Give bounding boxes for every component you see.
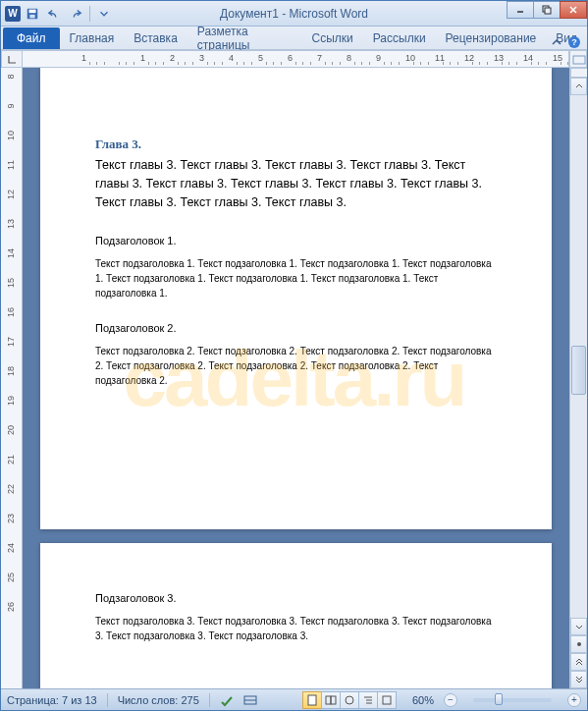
- undo-icon: [47, 7, 61, 21]
- close-button[interactable]: [560, 1, 587, 19]
- maximize-button[interactable]: [533, 1, 561, 19]
- ribbon-tabs: Файл Главная Вставка Разметка страницы С…: [1, 27, 587, 50]
- chevron-up-icon: [575, 82, 583, 90]
- redo-icon: [69, 7, 82, 21]
- web-layout-view[interactable]: [340, 691, 359, 709]
- web-icon: [344, 694, 355, 706]
- tab-review[interactable]: Рецензирование: [436, 27, 547, 49]
- print-layout-view[interactable]: [302, 691, 322, 709]
- svg-rect-14: [331, 696, 336, 704]
- qat-customize-button[interactable]: [94, 4, 114, 24]
- ruler-toggle-button[interactable]: [569, 50, 587, 68]
- tab-selector-icon: [7, 54, 18, 65]
- full-screen-reading-view[interactable]: [321, 691, 341, 709]
- spellcheck-icon[interactable]: [220, 693, 234, 707]
- tab-home[interactable]: Главная: [60, 27, 125, 49]
- tab-page-layout[interactable]: Разметка страницы: [187, 27, 302, 49]
- zoom-in-button[interactable]: +: [567, 693, 581, 707]
- scroll-track[interactable]: [570, 95, 587, 618]
- outline-icon: [362, 694, 374, 706]
- double-chevron-up-icon: [575, 658, 583, 666]
- minimize-icon: [515, 5, 525, 15]
- workspace: 891011121314151617181920212223242526 Гла…: [1, 68, 587, 688]
- subbody-3[interactable]: Текст подзаголовка 3. Текст подзаголовка…: [95, 614, 497, 643]
- subbody-1[interactable]: Текст подзаголовка 1. Текст подзаголовка…: [95, 256, 497, 301]
- svg-point-9: [577, 642, 581, 646]
- svg-rect-12: [308, 695, 316, 705]
- scroll-thumb[interactable]: [571, 346, 586, 395]
- draft-view[interactable]: [377, 691, 397, 709]
- svg-rect-13: [326, 696, 331, 704]
- chapter-body[interactable]: Текст главы 3. Текст главы 3. Текст глав…: [95, 156, 497, 211]
- page-indicator[interactable]: Страница: 7 из 13: [7, 694, 97, 706]
- browse-object-icon: [575, 640, 583, 648]
- word-window: W Документ1 - Microsoft Word Файл Главна…: [0, 0, 588, 711]
- help-icon[interactable]: ?: [567, 35, 581, 49]
- vertical-ruler[interactable]: 891011121314151617181920212223242526: [1, 68, 23, 688]
- scroll-up-button[interactable]: [570, 78, 587, 95]
- double-chevron-down-icon: [575, 676, 583, 684]
- chapter-heading[interactable]: Глава 3.: [95, 137, 497, 152]
- print-layout-icon: [306, 694, 318, 706]
- status-separator: [107, 693, 108, 707]
- file-tab[interactable]: Файл: [3, 27, 60, 49]
- dropdown-icon: [97, 7, 111, 21]
- svg-rect-19: [383, 696, 391, 704]
- redo-button[interactable]: [66, 4, 85, 24]
- window-controls: [508, 1, 587, 19]
- view-buttons: [303, 691, 397, 709]
- subheading-1[interactable]: Подзаголовок 1.: [95, 235, 497, 246]
- svg-text:?: ?: [571, 37, 577, 47]
- prev-page-button[interactable]: [570, 653, 587, 671]
- status-separator: [209, 693, 210, 707]
- maximize-icon: [542, 5, 552, 15]
- scroll-down-button[interactable]: [570, 618, 587, 635]
- zoom-out-button[interactable]: −: [444, 693, 457, 707]
- window-title: Документ1 - Microsoft Word: [220, 7, 368, 21]
- qat-separator: [89, 6, 90, 22]
- split-handle[interactable]: [570, 68, 587, 78]
- quick-access-toolbar: W: [1, 4, 114, 24]
- document-area[interactable]: Глава 3. Текст главы 3. Текст главы 3. Т…: [23, 68, 569, 688]
- vertical-scrollbar: [569, 68, 587, 688]
- outline-view[interactable]: [358, 691, 378, 709]
- tab-mailings[interactable]: Рассылки: [363, 27, 436, 49]
- svg-rect-8: [573, 56, 585, 64]
- zoom-slider[interactable]: [473, 698, 552, 702]
- horizontal-ruler[interactable]: 112345678910111213141516: [23, 50, 569, 68]
- statusbar: Страница: 7 из 13 Число слов: 275 60% − …: [1, 688, 587, 710]
- subbody-2[interactable]: Текст подзаголовка 2. Текст подзаголовка…: [95, 344, 497, 388]
- browse-object-button[interactable]: [570, 635, 587, 653]
- titlebar: W Документ1 - Microsoft Word: [1, 1, 587, 27]
- document-page: Подзаголовок 3. Текст подзаголовка 3. Те…: [40, 543, 552, 688]
- reading-icon: [325, 694, 337, 706]
- ruler-horizontal-area: 112345678910111213141516: [1, 50, 587, 68]
- draft-icon: [381, 694, 393, 706]
- undo-button[interactable]: [44, 4, 64, 24]
- next-page-button[interactable]: [570, 671, 587, 688]
- minimize-button[interactable]: [507, 1, 534, 19]
- save-button[interactable]: [23, 4, 42, 24]
- zoom-percent[interactable]: 60%: [412, 694, 434, 706]
- subheading-3[interactable]: Подзаголовок 3.: [95, 592, 497, 604]
- tab-insert[interactable]: Вставка: [124, 27, 187, 49]
- close-icon: [568, 5, 578, 15]
- svg-rect-5: [545, 8, 551, 14]
- tab-references[interactable]: Ссылки: [302, 27, 363, 49]
- svg-rect-2: [29, 14, 34, 18]
- chevron-down-icon: [575, 623, 583, 630]
- language-icon[interactable]: [243, 693, 257, 707]
- svg-rect-1: [29, 9, 36, 13]
- word-app-icon[interactable]: W: [5, 6, 21, 22]
- ruler-toggle-icon: [570, 51, 588, 69]
- document-page: Глава 3. Текст главы 3. Текст главы 3. Т…: [40, 68, 552, 529]
- subheading-2[interactable]: Подзаголовок 2.: [95, 322, 497, 334]
- minimize-ribbon-icon[interactable]: [550, 35, 563, 49]
- save-icon: [26, 7, 39, 21]
- ribbon-help-area: ?: [550, 35, 581, 49]
- svg-point-15: [346, 696, 353, 704]
- zoom-slider-knob[interactable]: [495, 693, 503, 705]
- word-count[interactable]: Число слов: 275: [118, 694, 199, 706]
- tab-selector[interactable]: [1, 50, 23, 68]
